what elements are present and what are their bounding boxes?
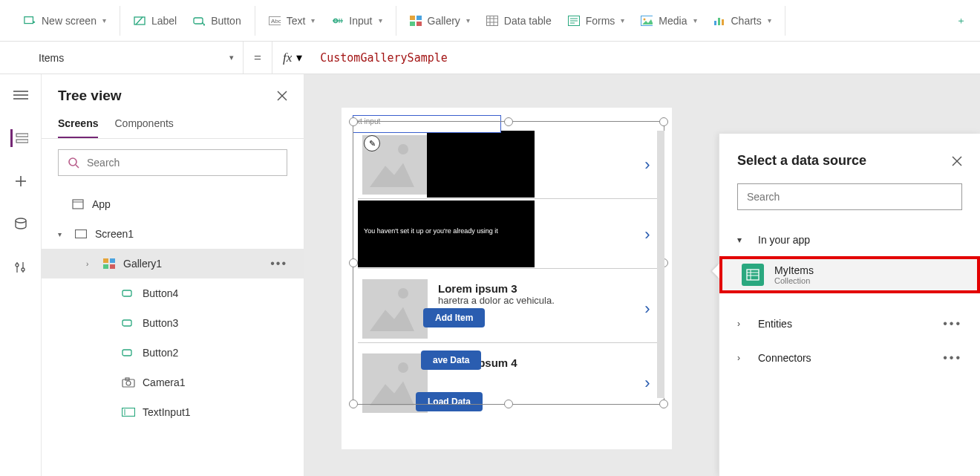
svg-point-23 (644, 18, 646, 20)
chevron-down-icon[interactable]: ▾ (58, 230, 67, 238)
resize-handle[interactable] (659, 117, 668, 126)
new-screen-button[interactable]: New screen ▾ (24, 15, 106, 27)
equals-label: = (244, 50, 272, 65)
close-icon[interactable] (952, 156, 962, 166)
text-button[interactable]: Abc Text ▾ (269, 15, 316, 27)
gallery-button[interactable]: Gallery ▾ (410, 15, 470, 27)
close-icon[interactable] (277, 91, 287, 101)
label-button[interactable]: Label (134, 15, 177, 27)
tree-node-screen1[interactable]: ▾ Screen1 (42, 219, 304, 249)
textinput-icon (122, 405, 135, 419)
property-dropdown[interactable]: Items ▾ (28, 42, 244, 74)
separator (255, 6, 255, 36)
data-table-button[interactable]: Data table (486, 15, 552, 27)
svg-line-43 (76, 165, 79, 168)
resize-handle[interactable] (349, 400, 358, 408)
media-button[interactable]: Media ▾ (641, 15, 696, 27)
tree-node-textinput1[interactable]: TextInput1 (42, 397, 304, 427)
charts-label: Charts (731, 15, 762, 27)
datasource-sub: Collection (774, 276, 814, 285)
tree-view-rail-icon[interactable] (10, 129, 28, 147)
button-icon (122, 346, 135, 359)
flyout-search[interactable] (737, 183, 962, 210)
chevron-down-icon: ▾ (229, 53, 234, 62)
svg-rect-57 (122, 408, 135, 417)
section-in-your-app[interactable]: ▾ In your app (719, 224, 980, 256)
svg-point-35 (16, 218, 26, 223)
svg-rect-30 (16, 134, 28, 137)
tree-node-label: Button4 (143, 287, 178, 299)
text-label: Text (287, 15, 306, 27)
svg-rect-31 (16, 140, 28, 143)
svg-rect-9 (410, 16, 415, 20)
section-entities[interactable]: › Entities ••• (719, 307, 980, 341)
tree-node-label: Screen1 (95, 228, 134, 240)
more-icon[interactable]: ••• (270, 257, 287, 270)
property-dropdown-value: Items (39, 52, 64, 64)
chevron-down-icon: ▾ (693, 16, 697, 25)
svg-rect-24 (714, 21, 716, 25)
tree-node-button2[interactable]: Button2 (42, 338, 304, 368)
media-label: Media (659, 15, 687, 27)
tree-node-camera1[interactable]: Camera1 (42, 368, 304, 397)
chevron-right-icon: › (737, 319, 748, 329)
svg-rect-50 (110, 264, 115, 269)
tree-search[interactable] (58, 149, 287, 176)
svg-rect-10 (416, 16, 422, 20)
resize-handle[interactable] (349, 117, 358, 126)
chevron-right-icon[interactable]: › (86, 260, 95, 268)
data-rail-icon[interactable] (12, 215, 30, 233)
forms-icon (568, 15, 580, 27)
more-icon[interactable]: ••• (943, 317, 962, 330)
gallery-label: Gallery (428, 15, 460, 27)
datasource-myitems[interactable]: MyItems Collection (719, 256, 980, 293)
tree-node-label: Gallery1 (123, 258, 162, 270)
svg-rect-25 (718, 18, 720, 25)
ribbon: New screen ▾ Label Button Abc Text ▾ Inp… (0, 0, 980, 42)
input-button[interactable]: Input ▾ (331, 15, 382, 27)
chevron-down-icon: ▾ (311, 16, 315, 25)
fx-indicator[interactable]: fx ▾ (272, 42, 313, 74)
tree-node-button4[interactable]: Button4 (42, 278, 304, 308)
forms-button[interactable]: Forms ▾ (568, 15, 625, 27)
svg-rect-47 (103, 258, 108, 263)
svg-rect-11 (410, 22, 415, 26)
media-icon (641, 15, 653, 27)
svg-rect-51 (122, 290, 131, 296)
tree-node-button3[interactable]: Button3 (42, 308, 304, 338)
settings-rail-icon[interactable] (12, 258, 30, 276)
tab-components[interactable]: Components (114, 117, 173, 138)
chevron-down-icon: ▾ (466, 16, 470, 25)
hamburger-icon[interactable] (12, 86, 30, 104)
tree-node-app[interactable]: App (42, 189, 304, 219)
resize-handle[interactable] (504, 117, 513, 126)
tree-view-panel: Tree view Screens Components App ▾ Scree… (42, 74, 304, 476)
tree-node-gallery1[interactable]: › Gallery1 ••• (42, 249, 304, 278)
formula-input[interactable]: CustomGallerySample (313, 51, 980, 65)
resize-handle[interactable] (504, 400, 513, 408)
section-connectors[interactable]: › Connectors ••• (719, 341, 980, 375)
flyout-search-input[interactable] (747, 191, 953, 203)
insert-rail-icon[interactable] (12, 172, 30, 190)
button-icon (122, 316, 135, 330)
label-label: Label (151, 15, 177, 27)
charts-button[interactable]: Charts ▾ (713, 15, 771, 27)
chevron-down-icon: ▾ (379, 16, 382, 25)
tree-node-label: TextInput1 (143, 406, 191, 418)
scrollbar[interactable] (657, 131, 664, 398)
ribbon-overflow-button[interactable]: ＋ (955, 15, 967, 27)
tree-search-input[interactable] (87, 157, 278, 169)
charts-icon (713, 15, 725, 27)
selection-outline (353, 121, 664, 405)
resize-handle[interactable] (659, 400, 668, 408)
tab-screens[interactable]: Screens (58, 117, 98, 138)
button-button[interactable]: Button (193, 15, 241, 27)
tree-view-title: Tree view (58, 88, 122, 104)
section-label: Connectors (758, 352, 811, 364)
more-icon[interactable]: ••• (943, 351, 962, 365)
tree-node-label: Button3 (143, 317, 178, 329)
svg-point-37 (16, 264, 19, 267)
tree-node-label: Camera1 (143, 376, 186, 388)
svg-rect-61 (747, 270, 759, 280)
resize-handle[interactable] (349, 258, 358, 267)
